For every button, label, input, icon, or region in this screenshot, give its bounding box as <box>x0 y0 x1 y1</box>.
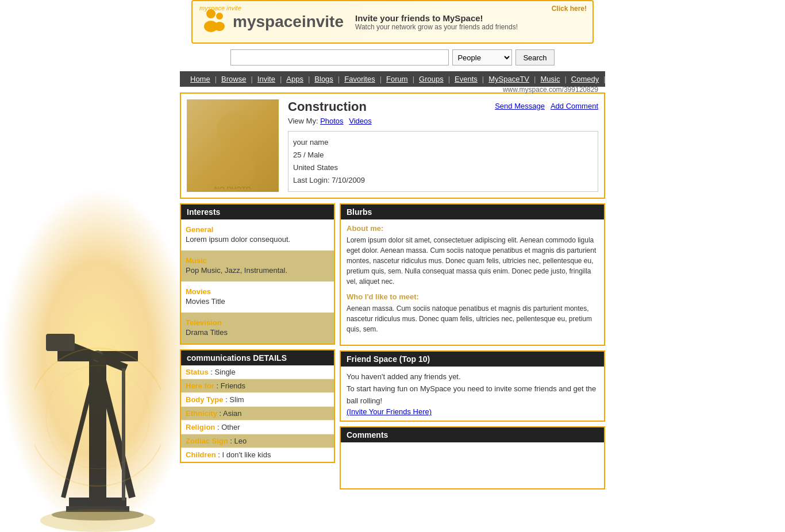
interests-body: General Lorem ipsum dolor consequout. Mu… <box>181 219 334 344</box>
svg-point-19 <box>210 152 256 189</box>
nav-browse[interactable]: Browse <box>218 75 249 83</box>
banner-myspace-label: myspace invite <box>199 5 241 11</box>
banner: myspace invite myspaceinvite Invite your… <box>191 0 594 44</box>
svg-rect-6 <box>57 351 138 361</box>
friend-space-section: Friend Space (Top 10) You haven't added … <box>340 350 605 421</box>
banner-title: myspaceinvite <box>233 13 344 31</box>
comm-ethnicity-row: Ethnicity : Asian <box>181 407 334 421</box>
comm-zodiac-sep: : <box>230 437 234 445</box>
comm-zodiac-label: Zodiac Sign <box>186 437 228 445</box>
profile-info: Construction www.myspace.com/399120829 S… <box>288 99 598 192</box>
blurbs-section: Blurbs About me: Lorem ipsum dolor sit a… <box>340 203 605 346</box>
profile-location: United States <box>293 161 593 174</box>
comm-here-for-value: Friends <box>221 381 245 390</box>
blurbs-meet-label: Who I'd like to meet: <box>347 292 598 301</box>
svg-point-17 <box>214 22 225 31</box>
search-bar: People Music Videos Events Groups Forum … <box>0 49 785 65</box>
profile-actions: Send Message Add Comment <box>495 102 598 110</box>
comments-body <box>341 442 604 488</box>
comm-body-type-row: Body Type : Slim <box>181 393 334 407</box>
comm-status-row: Status : Single <box>181 365 334 379</box>
interest-movies-row: Movies Movies Title <box>181 282 334 313</box>
svg-line-8 <box>69 345 126 368</box>
comm-children-sep: : <box>218 450 222 459</box>
blurbs-about-label: About me: <box>347 224 598 233</box>
comm-zodiac-value: Leo <box>234 437 247 445</box>
banner-tagline2: Watch your network grow as your friends … <box>355 23 518 31</box>
comm-children-label: Children <box>186 450 216 459</box>
profile-last-login: Last Login: 7/10/2009 <box>293 174 593 187</box>
svg-point-13 <box>46 365 149 469</box>
nav-blogs[interactable]: Blogs <box>311 75 337 83</box>
interest-music-value: Pop Music, Jazz, Instrumental. <box>186 266 329 277</box>
interest-movies-label: Movies <box>186 287 329 296</box>
svg-point-18 <box>217 113 249 145</box>
nav-events[interactable]: Events <box>451 75 481 83</box>
svg-point-12 <box>34 348 161 486</box>
search-input[interactable] <box>230 49 449 65</box>
nav-myspacetv[interactable]: MySpaceTV <box>485 75 533 83</box>
comm-here-for-sep: : <box>216 381 220 390</box>
nav-home[interactable]: Home <box>187 75 214 83</box>
interest-television-value: Drama Titles <box>186 328 329 339</box>
comm-body-type-value: Slim <box>229 395 244 404</box>
nav-comedy[interactable]: Comedy <box>568 75 602 83</box>
friend-invite-text: To start having fun on MySpace you need … <box>347 383 598 407</box>
videos-link[interactable]: Videos <box>349 117 372 125</box>
interest-music-label: Music <box>186 256 329 265</box>
view-my: View My: Photos Videos <box>288 117 598 125</box>
communications-header: communications DETAILS <box>181 350 334 365</box>
comm-religion-value: Other <box>221 423 240 431</box>
friend-no-friends-text: You haven't added any friends yet. <box>347 371 598 383</box>
blurbs-about-text: Lorem ipsum dolor sit amet, consectetuer… <box>347 235 598 287</box>
profile-url: www.myspace.com/399120829 <box>503 86 598 94</box>
comm-ethnicity-label: Ethnicity <box>186 409 217 418</box>
communications-body: Status : Single Here for : Friends Body … <box>181 365 334 462</box>
comm-here-for-row: Here for : Friends <box>181 379 334 393</box>
right-column: Blurbs About me: Lorem ipsum dolor sit a… <box>340 203 605 494</box>
profile-details-box: your name 25 / Male United States Last L… <box>288 131 598 192</box>
add-comment-link[interactable]: Add Comment <box>551 102 598 110</box>
banner-click-here[interactable]: Click here! <box>552 5 587 13</box>
interests-header: Interests <box>181 205 334 219</box>
svg-rect-9 <box>46 334 75 351</box>
blurbs-meet-text: Aenean massa. Cum sociis natoque penatib… <box>347 303 598 334</box>
nav-bar: Home | Browse | Invite | Apps | Blogs | … <box>180 71 605 87</box>
nav-invite[interactable]: Invite <box>254 75 279 83</box>
interest-general-row: General Lorem ipsum dolor consequout. <box>181 219 334 250</box>
main-content: NO PHOTO Construction www.myspace.com/39… <box>180 92 605 494</box>
nav-groups[interactable]: Groups <box>415 75 447 83</box>
comm-children-value: I don't like kids <box>222 450 271 459</box>
svg-line-5 <box>63 360 98 498</box>
nav-music[interactable]: Music <box>537 75 563 83</box>
search-type-select[interactable]: People Music Videos Events Groups Forum … <box>452 49 512 65</box>
interest-general-value: Lorem ipsum dolor consequout. <box>186 235 329 246</box>
comm-zodiac-row: Zodiac Sign : Leo <box>181 434 334 448</box>
send-message-link[interactable]: Send Message <box>495 102 545 110</box>
search-button[interactable]: Search <box>515 49 554 65</box>
blurbs-header: Blurbs <box>341 205 604 219</box>
profile-age-gender: 25 / Male <box>293 149 593 161</box>
svg-text:NO PHOTO: NO PHOTO <box>214 186 251 189</box>
two-column-layout: Interests General Lorem ipsum dolor cons… <box>180 203 605 494</box>
profile-name: Construction <box>288 99 367 114</box>
friend-space-body: You haven't added any friends yet. To st… <box>341 367 604 420</box>
background-decoration <box>0 187 195 532</box>
comm-ethnicity-value: Asian <box>223 409 242 418</box>
friend-space-header: Friend Space (Top 10) <box>341 352 604 367</box>
comm-here-for-label: Here for <box>186 381 214 390</box>
profile-your-name: your name <box>293 136 593 149</box>
svg-point-16 <box>216 13 223 20</box>
nav-forum[interactable]: Forum <box>383 75 411 83</box>
comm-children-row: Children : I don't like kids <box>181 448 334 462</box>
nav-apps[interactable]: Apps <box>283 75 307 83</box>
comm-status-sep: : <box>210 368 214 376</box>
nav-favorites[interactable]: Favorites <box>341 75 378 83</box>
communications-section: communications DETAILS Status : Single H… <box>180 349 335 463</box>
svg-point-7 <box>92 350 103 362</box>
nav-classifieds[interactable]: Classifieds <box>607 75 650 83</box>
friend-invite-link[interactable]: (Invite Your Friends Here) <box>347 407 432 416</box>
photos-link[interactable]: Photos <box>320 117 343 125</box>
svg-line-4 <box>98 360 132 498</box>
interest-music-row: Music Pop Music, Jazz, Instrumental. <box>181 250 334 282</box>
